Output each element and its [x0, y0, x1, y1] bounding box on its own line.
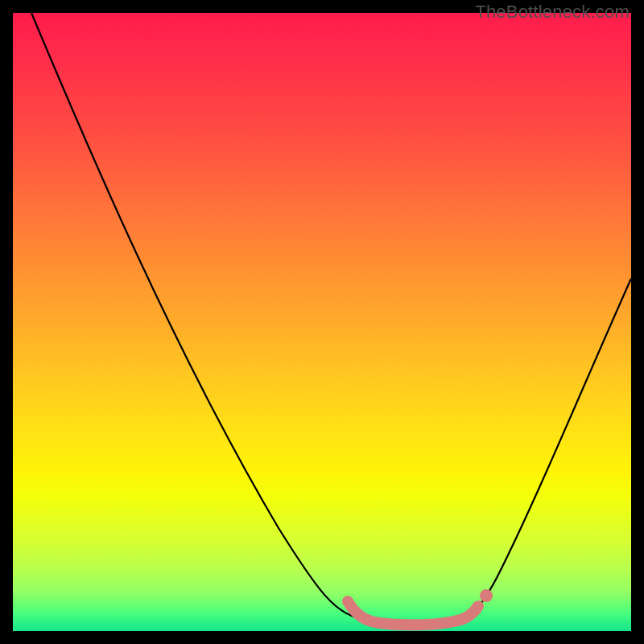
outer-frame: TheBottleneck.com — [0, 0, 644, 644]
floor-marker — [348, 601, 478, 625]
curve-layer — [13, 13, 631, 631]
floor-marker-end-dot — [480, 589, 493, 602]
gradient-plot-area — [13, 13, 631, 631]
bottleneck-curve — [31, 13, 631, 621]
watermark-text: TheBottleneck.com — [475, 2, 630, 23]
